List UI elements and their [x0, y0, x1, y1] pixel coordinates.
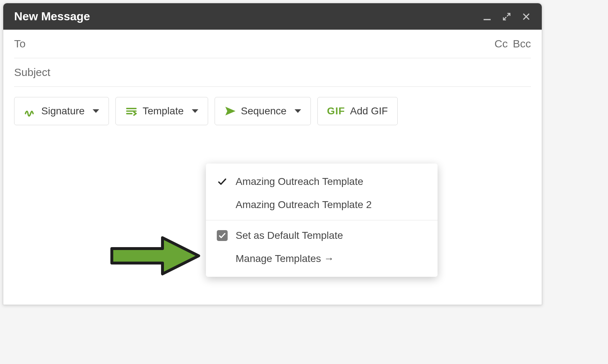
chevron-down-icon [93, 109, 99, 113]
template-label: Template [143, 105, 184, 117]
subject-label: Subject [14, 66, 50, 79]
title-bar: New Message [3, 3, 542, 30]
annotation-arrow-icon [108, 232, 202, 279]
template-icon [125, 105, 138, 117]
manage-templates-label: Manage Templates → [236, 253, 334, 264]
add-gif-button[interactable]: GIF Add GIF [317, 97, 398, 125]
cc-button[interactable]: Cc [494, 38, 508, 50]
svg-rect-0 [484, 19, 491, 20]
template-option[interactable]: Amazing Outreach Template 2 [206, 193, 438, 216]
compose-body: To Cc Bcc Subject Signature [3, 30, 542, 305]
template-button[interactable]: Template [115, 97, 208, 125]
template-option[interactable]: Amazing Outreach Template [206, 170, 438, 193]
checkbox-checked-icon [216, 230, 228, 241]
sequence-icon [224, 105, 236, 117]
to-label: To [14, 38, 26, 50]
sequence-button[interactable]: Sequence [215, 97, 311, 125]
to-field-row[interactable]: To Cc Bcc [14, 30, 531, 58]
close-icon[interactable] [522, 12, 531, 21]
bcc-button[interactable]: Bcc [513, 38, 531, 50]
window-title: New Message [14, 10, 90, 23]
svg-marker-3 [112, 238, 199, 274]
signature-label: Signature [41, 105, 85, 117]
dropdown-divider [206, 220, 438, 220]
sequence-label: Sequence [241, 105, 287, 117]
template-option-label: Amazing Outreach Template 2 [236, 199, 372, 211]
compose-window: New Message To Cc Bcc [3, 3, 542, 305]
manage-templates-option[interactable]: Manage Templates → [206, 247, 438, 270]
chevron-down-icon [192, 109, 198, 113]
title-bar-actions [482, 12, 531, 21]
add-gif-label: Add GIF [350, 105, 388, 117]
expand-icon[interactable] [502, 12, 511, 21]
signature-button[interactable]: Signature [14, 97, 109, 125]
template-option-label: Amazing Outreach Template [236, 176, 363, 187]
template-dropdown: Amazing Outreach Template Amazing Outrea… [206, 164, 438, 277]
set-default-template-option[interactable]: Set as Default Template [206, 224, 438, 247]
chevron-down-icon [295, 109, 301, 113]
cc-bcc-group: Cc Bcc [494, 38, 531, 50]
set-default-label: Set as Default Template [236, 230, 343, 241]
compose-toolbar: Signature Template [14, 87, 531, 125]
subject-field-row[interactable]: Subject [14, 58, 531, 87]
check-icon [216, 177, 228, 187]
minimize-icon[interactable] [482, 12, 492, 21]
signature-icon [24, 105, 36, 117]
gif-icon: GIF [327, 105, 345, 117]
